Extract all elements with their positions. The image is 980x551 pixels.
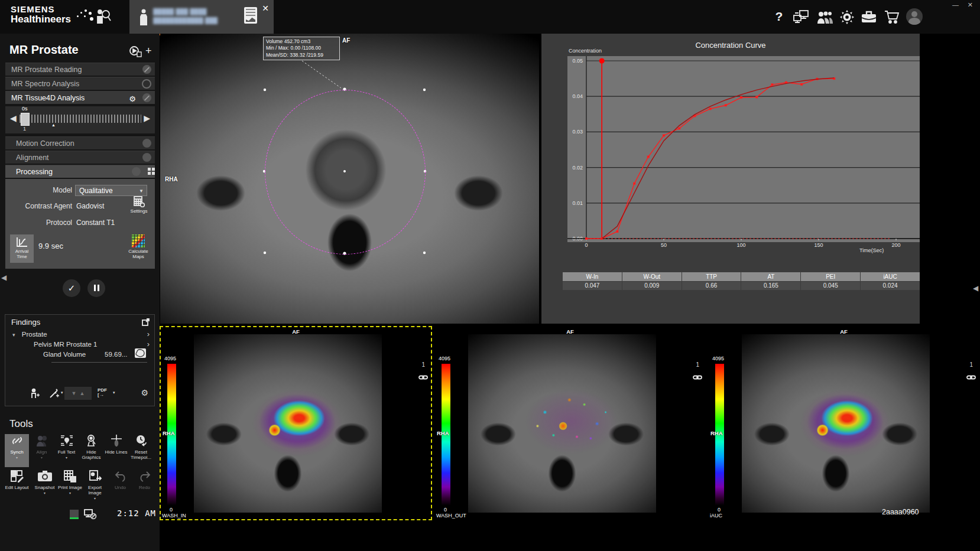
navigate-findings-control[interactable]: ▼ ▲ [64, 387, 92, 400]
settings-button[interactable]: Settings [126, 195, 152, 219]
patient-search-icon[interactable] [93, 7, 112, 26]
chevron-down-icon[interactable]: ▾ [33, 491, 57, 495]
timepoint-prev-icon[interactable]: ◀ [10, 113, 17, 123]
main-mr-viewport[interactable]: Volume 452.70 cm3 Min / Max: 0.00 /1108.… [160, 34, 539, 324]
layout-grid-icon[interactable] [148, 168, 155, 175]
chevron-down-icon[interactable]: ▾ [5, 456, 29, 460]
patient-name-redacted: █████ ███ ████ ████████████ ███ [153, 7, 242, 25]
tool-undo[interactable]: Undo [108, 470, 132, 503]
tool-export-image[interactable]: Export Image ▾ [83, 470, 107, 503]
series-status-icon[interactable] [70, 510, 79, 519]
step-alignment[interactable]: Alignment [5, 151, 155, 164]
auto-finding-wand-icon[interactable] [49, 388, 60, 400]
sidebar-collapse-arrow[interactable]: ◀ [1, 273, 7, 282]
map-viewport-wash-out[interactable]: AF 4095 0 WASH_OUT RHA 1 [434, 326, 706, 520]
tool-full-text[interactable]: Full Text ▾ [54, 434, 79, 467]
workflow-sidebar: MR Prostate + MR Prostate Reading MR Spe… [0, 34, 160, 551]
workflow-item-mr-prostate-reading[interactable]: MR Prostate Reading [5, 63, 155, 76]
orientation-label-rha: RHA [437, 430, 449, 436]
gland-volume-value: 59.69... [105, 351, 127, 358]
findings-item-row[interactable]: Pelvis MR Prostate 1 [34, 341, 97, 348]
status-ring-icon[interactable] [142, 79, 151, 89]
tool-hide-lines[interactable]: Hide Lines [104, 434, 128, 467]
step-motion-correction[interactable]: Motion Correction [5, 136, 155, 149]
map-viewport-wash-in[interactable]: AF 4095 0 WASH_IN RHA 1 [160, 326, 432, 520]
chevron-down-icon[interactable]: ▾ [61, 390, 63, 395]
pause-button[interactable] [87, 279, 105, 297]
workflow-item-mr-spectro-analysis[interactable]: MR Spectro Analysis [5, 77, 155, 90]
svg-text:0.02: 0.02 [572, 165, 583, 171]
scale-max-label: 4095 [439, 356, 450, 361]
tool-redo[interactable]: Redo [132, 470, 157, 503]
model-dropdown[interactable]: Qualitative ▼ [75, 185, 147, 196]
network-offline-icon[interactable] [84, 509, 97, 522]
findings-settings-gear-icon[interactable]: ⚙ [141, 388, 148, 397]
collaboration-icon[interactable] [816, 9, 834, 25]
protocol-label: Protocol [10, 219, 72, 227]
orientation-label-rha: RHA [165, 176, 178, 182]
contour-icon[interactable] [135, 348, 146, 358]
timepoint-track[interactable] [20, 115, 141, 123]
timepoint-thumb[interactable] [21, 113, 30, 126]
tool-align[interactable]: Align ▾ [30, 434, 54, 467]
panel-expand-arrow[interactable]: ◀ [973, 284, 978, 292]
tool-snapshot[interactable]: Snapshot ▾ [33, 470, 57, 503]
concentration-curve-panel: Concentration Curve 0.050.040.030.020.01… [541, 34, 920, 324]
tool-print-image[interactable]: Print Image ▾ [58, 470, 82, 503]
add-finding-icon[interactable] [30, 388, 40, 400]
roi-circle[interactable] [265, 90, 426, 255]
workflow-settings-gear-icon[interactable]: ⚙ [129, 93, 136, 106]
step-processing[interactable]: Processing [5, 165, 155, 178]
window-close-icon[interactable]: ✕ [968, 1, 973, 9]
svg-text:Time(Sec): Time(Sec) [859, 247, 884, 253]
tree-collapse-icon[interactable]: ▾ [12, 332, 15, 338]
arrival-time-button[interactable]: Arrival Time [10, 234, 34, 263]
mr-image [742, 334, 930, 513]
svg-text:50: 50 [661, 242, 667, 248]
contrast-agent-label: Contrast Agent [10, 202, 72, 210]
scale-min-label: 0 [718, 507, 721, 513]
hide-lines-icon [104, 434, 128, 448]
skip-status-icon[interactable] [142, 93, 151, 102]
pdf-export-icon[interactable]: PDF[→ [98, 388, 107, 397]
divider [51, 362, 147, 363]
svg-text:0.04: 0.04 [572, 93, 583, 99]
window-minimize-icon[interactable]: — [952, 1, 959, 8]
export-image-icon [83, 470, 107, 484]
timepoint-marker: ▲ [51, 123, 56, 127]
svg-text:200: 200 [891, 242, 900, 248]
findings-group-row[interactable]: ▾ Prostate [12, 331, 47, 338]
play-workflow-icon[interactable] [129, 45, 142, 60]
map-viewport-iauc[interactable]: AF 4095 0 iAUC RHA 1 [708, 326, 980, 520]
chevron-down-icon[interactable]: ▾ [54, 456, 79, 460]
shopping-cart-icon[interactable] [883, 9, 901, 25]
tool-edit-layout[interactable]: Edit Layout [5, 470, 29, 503]
hide-graphics-icon [79, 434, 103, 448]
chevron-down-icon[interactable]: ▾ [83, 497, 107, 501]
svg-text:0.03: 0.03 [572, 129, 583, 135]
workflow-item-mr-tissue4d-analysis[interactable]: MR Tissue4D Analysis ⚙ [5, 91, 155, 104]
open-external-icon[interactable] [142, 318, 150, 328]
chevron-down-icon[interactable]: ▾ [113, 390, 115, 395]
remote-workstations-icon[interactable] [792, 9, 810, 25]
skip-status-icon[interactable] [142, 65, 151, 74]
tool-reset-timepoint[interactable]: Reset Timepoi... [129, 434, 153, 467]
chevron-right-icon[interactable]: › [147, 330, 150, 338]
timepoint-next-icon[interactable]: ▶ [144, 113, 150, 123]
patient-tab[interactable]: █████ ███ ████ ████████████ ███ ✕ [129, 0, 274, 35]
tab-close-icon[interactable]: ✕ [259, 2, 271, 14]
synch-link-icon [418, 372, 428, 383]
tool-synch[interactable]: Synch ▾ [5, 434, 29, 467]
help-icon[interactable]: ? [770, 9, 788, 25]
tool-hide-graphics[interactable]: Hide Graphics [79, 434, 103, 467]
confirm-step-button[interactable]: ✓ [63, 279, 80, 297]
chevron-right-icon[interactable]: › [147, 340, 150, 348]
add-workflow-icon[interactable]: + [145, 45, 152, 57]
settings-gear-icon[interactable] [838, 9, 856, 25]
calculate-maps-button[interactable]: Calculate Maps [125, 234, 152, 263]
briefcase-icon[interactable] [860, 9, 878, 25]
chevron-down-icon[interactable]: ▾ [58, 491, 82, 495]
roi-statistics-annotation[interactable]: Volume 452.70 cm3 Min / Max: 0.00 /1108.… [263, 37, 340, 60]
concentration-curve-chart: 0.050.040.030.020.010.00050100150200Time… [541, 34, 920, 282]
user-avatar[interactable] [906, 8, 923, 25]
